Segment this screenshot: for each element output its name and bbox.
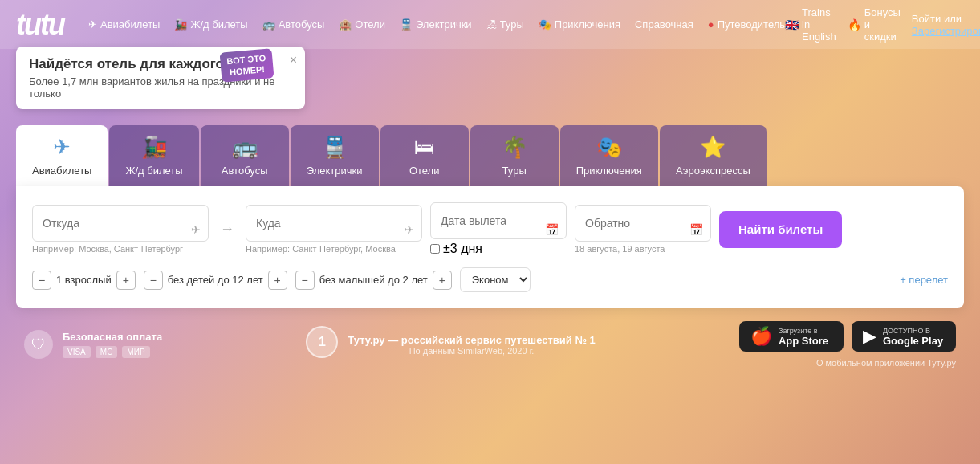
tab-buses-label: Автобусы (222, 165, 268, 177)
header: tutu ✈ Авиабилеты 🚂 Ж/д билеты 🚌 Автобус… (0, 0, 980, 49)
children-decrease-button[interactable]: − (144, 271, 163, 290)
tab-aeroexpress-label: Аэроэкспрессы (676, 165, 750, 177)
google-play-icon: ▶ (863, 326, 876, 347)
uk-flag-icon: 🇬🇧 (785, 18, 799, 31)
nav-adventures-icon: 🎭 (539, 18, 551, 31)
award-number: 1 (306, 326, 338, 358)
appstore-button[interactable]: 🍎 Загрузите в App Store (739, 321, 844, 352)
tab-flights[interactable]: ✈ Авиабилеты (16, 125, 108, 186)
plane-from-icon: ✈ (191, 223, 201, 236)
header-right: 🇬🇧 Trains in English 🔥 Бонусы и скидки В… (785, 6, 980, 43)
award-sub: По данным SimilarWeb, 2020 г. (348, 346, 595, 356)
background: tutu ✈ Авиабилеты 🚂 Ж/д билеты 🚌 Автобус… (0, 0, 980, 464)
mastercard-icon: MC (96, 346, 118, 358)
payment-icons: VISA MC МИР (63, 346, 162, 358)
return-calendar-icon: 📅 (689, 223, 703, 236)
login-link[interactable]: Войти (912, 13, 941, 25)
return-field-group: 📅 18 августа, 19 августа (575, 205, 711, 254)
nav-electric[interactable]: 🚆 Электрички (400, 18, 472, 31)
tab-trains-icon: 🚂 (141, 135, 167, 160)
nav-trains[interactable]: 🚂 Ж/д билеты (174, 18, 247, 31)
award-title: Туту.ру — российский сервис путешествий … (348, 334, 595, 346)
nav-info[interactable]: Справочная (635, 18, 693, 31)
to-hint: Например: Санкт-Петербург, Москва (246, 244, 422, 254)
main-nav: ✈ Авиабилеты 🚂 Ж/д билеты 🚌 Автобусы 🏨 О… (88, 18, 785, 31)
infant-counter: − без малышей до 2 лет + (295, 271, 452, 290)
mir-icon: МИР (122, 346, 149, 358)
tab-adventures-icon: 🎭 (596, 135, 622, 160)
infant-increase-button[interactable]: + (433, 271, 452, 290)
nav-buses-icon: 🚌 (262, 18, 275, 31)
nav-tours-icon: 🏖 (486, 18, 497, 31)
children-label: без детей до 12 лет (168, 274, 263, 286)
to-input[interactable] (246, 205, 422, 242)
appstore-text: Загрузите в App Store (779, 327, 828, 347)
direction-arrow-icon: → (217, 221, 238, 238)
logo[interactable]: tutu (16, 8, 64, 42)
tab-tours[interactable]: 🌴 Туры (470, 125, 559, 186)
mobile-app-link[interactable]: О мобильном приложении Туту.ру (816, 358, 956, 368)
footer-apps: 🍎 Загрузите в App Store ▶ ДОСТУПНО В Goo… (739, 321, 956, 368)
tab-tours-label: Туры (502, 165, 527, 177)
footer-award: 1 Туту.ру — российский сервис путешестви… (306, 326, 595, 363)
promo-banner: × Найдётся отель для каждого Более 1,7 м… (16, 47, 305, 109)
register-link[interactable]: Зарегистрироваться (912, 25, 980, 37)
nav-adventures[interactable]: 🎭 Приключения (539, 18, 620, 31)
search-row-main: ✈ Например: Москва, Санкт-Петербург → ✈ … (32, 202, 948, 256)
secure-title: Безопасная оплата (63, 331, 162, 343)
adults-decrease-button[interactable]: − (32, 271, 51, 290)
bonuses-link[interactable]: 🔥 Бонусы и скидки (848, 6, 901, 43)
return-hint: 18 августа, 19 августа (575, 244, 711, 254)
footer: 🛡 Безопасная оплата VISA MC МИР 1 Туту.р… (0, 308, 980, 381)
infant-decrease-button[interactable]: − (295, 271, 315, 290)
nav-flights[interactable]: ✈ Авиабилеты (88, 18, 160, 31)
nav-electric-icon: 🚆 (400, 18, 413, 31)
adults-label: 1 взрослый (56, 274, 112, 286)
promo-close-button[interactable]: × (290, 53, 297, 67)
tab-hotels[interactable]: 🛏 Отели (380, 125, 469, 186)
tab-trains-label: Ж/д билеты (125, 165, 182, 177)
tab-aeroexpress[interactable]: ⭐ Аэроэкспрессы (660, 125, 767, 186)
tab-buses[interactable]: 🚌 Автобусы (201, 125, 289, 186)
tab-electric-label: Электрички (307, 165, 363, 177)
tab-adventures-label: Приключения (576, 165, 642, 177)
visa-icon: VISA (63, 346, 91, 358)
nav-trains-icon: 🚂 (174, 18, 187, 31)
nav-tours[interactable]: 🏖 Туры (486, 18, 524, 31)
footer-secure: 🛡 Безопасная оплата VISA MC МИР (24, 330, 162, 359)
infant-label: без малышей до 2 лет (319, 274, 428, 286)
googleplay-text: ДОСТУПНО В Google Play (883, 327, 943, 347)
googleplay-button[interactable]: ▶ ДОСТУПНО В Google Play (852, 321, 956, 352)
add-flight-button[interactable]: + перелет (900, 274, 948, 286)
adults-increase-button[interactable]: + (116, 271, 136, 290)
from-field-group: ✈ Например: Москва, Санкт-Петербург (32, 205, 209, 254)
nav-hotels-icon: 🏨 (339, 18, 352, 31)
tab-tours-icon: 🌴 (502, 135, 527, 160)
tab-trains[interactable]: 🚂 Ж/д билеты (109, 125, 198, 186)
calendar-icon: 📅 (545, 223, 559, 236)
tab-adventures[interactable]: 🎭 Приключения (560, 125, 658, 186)
promo-badge: ВОТ ЭТО НОМЕР! (220, 48, 274, 82)
store-buttons: 🍎 Загрузите в App Store ▶ ДОСТУПНО В Goo… (739, 321, 956, 352)
nav-hotels[interactable]: 🏨 Отели (339, 18, 385, 31)
tab-electric-icon: 🚆 (322, 135, 348, 160)
nav-guide[interactable]: ● Путеводитель (708, 18, 785, 31)
adults-counter: − 1 взрослый + (32, 271, 136, 290)
tab-flights-label: Авиабилеты (32, 165, 91, 177)
find-tickets-button[interactable]: Найти билеты (719, 211, 842, 248)
tab-hotels-label: Отели (409, 165, 440, 177)
from-input[interactable] (32, 205, 209, 242)
shield-icon: 🛡 (24, 330, 53, 359)
tab-electric[interactable]: 🚆 Электрички (291, 125, 379, 186)
children-increase-button[interactable]: + (268, 271, 287, 290)
auth-links: Войти или Зарегистрироваться (912, 13, 980, 37)
nav-flights-icon: ✈ (88, 18, 97, 31)
trains-english-link[interactable]: 🇬🇧 Trains in English (785, 6, 836, 43)
tab-hotels-icon: 🛏 (414, 135, 435, 160)
class-select[interactable]: Эконом (460, 267, 531, 292)
date-flexible-checkbox[interactable] (430, 244, 440, 254)
from-hint: Например: Москва, Санкт-Петербург (32, 244, 209, 254)
plane-to-icon: ✈ (405, 223, 414, 236)
search-form: ✈ Например: Москва, Санкт-Петербург → ✈ … (16, 186, 964, 308)
nav-buses[interactable]: 🚌 Автобусы (262, 18, 325, 31)
